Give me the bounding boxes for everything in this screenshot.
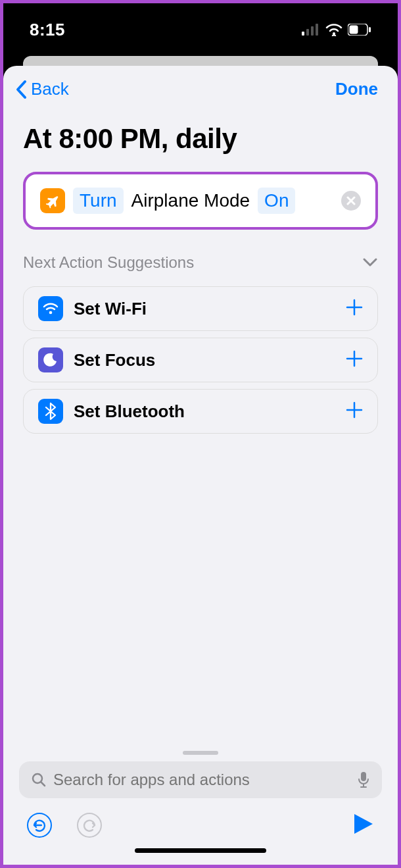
suggestion-set-bluetooth[interactable]: Set Bluetooth xyxy=(23,389,378,434)
search-bar[interactable] xyxy=(19,761,382,798)
remove-action-button[interactable] xyxy=(341,191,361,211)
svg-rect-2 xyxy=(311,26,314,36)
back-label: Back xyxy=(31,79,69,99)
svg-rect-3 xyxy=(316,24,318,36)
airplane-mode-label: Airplane Mode xyxy=(131,190,250,211)
suggestion-label: Set Bluetooth xyxy=(74,401,185,422)
airplane-icon xyxy=(40,188,65,213)
status-bar: 8:15 xyxy=(3,3,398,56)
chevron-left-icon xyxy=(15,80,28,99)
search-icon xyxy=(31,772,47,788)
wifi-app-icon xyxy=(38,296,63,321)
redo-button xyxy=(77,813,102,838)
suggestions-title: Next Action Suggestions xyxy=(23,253,194,272)
background-card-peek xyxy=(23,56,378,66)
run-button[interactable] xyxy=(353,813,374,838)
undo-icon xyxy=(32,818,47,832)
drag-handle[interactable] xyxy=(183,751,218,755)
close-icon xyxy=(346,196,356,205)
search-input[interactable] xyxy=(53,771,350,789)
undo-button[interactable] xyxy=(27,813,52,838)
svg-rect-7 xyxy=(369,27,371,32)
svg-rect-1 xyxy=(306,29,309,36)
svg-rect-0 xyxy=(302,32,304,36)
battery-icon xyxy=(348,24,371,36)
chevron-down-icon xyxy=(362,257,378,268)
plus-icon xyxy=(346,350,363,367)
add-suggestion-button[interactable] xyxy=(346,297,363,321)
automation-sheet: Back Done At 8:00 PM, daily Turn Airplan… xyxy=(3,66,398,865)
plus-icon xyxy=(346,401,363,419)
svg-point-8 xyxy=(49,311,53,315)
wifi-icon xyxy=(325,23,342,36)
suggestion-label: Set Focus xyxy=(74,350,155,370)
turn-token[interactable]: Turn xyxy=(73,188,124,214)
svg-rect-10 xyxy=(361,772,366,781)
status-icons xyxy=(302,23,371,36)
back-button[interactable]: Back xyxy=(15,79,69,99)
toolbar xyxy=(19,798,382,838)
suggestions-header[interactable]: Next Action Suggestions xyxy=(23,253,378,272)
state-token[interactable]: On xyxy=(258,188,295,214)
bottom-panel xyxy=(3,744,398,865)
svg-rect-6 xyxy=(350,26,358,34)
cellular-icon xyxy=(302,24,320,36)
nav-bar: Back Done xyxy=(3,66,398,99)
plus-icon xyxy=(346,299,363,316)
add-suggestion-button[interactable] xyxy=(346,348,363,372)
focus-app-icon xyxy=(38,347,63,372)
home-indicator[interactable] xyxy=(135,848,266,853)
page-title: At 8:00 PM, daily xyxy=(23,123,378,155)
bluetooth-app-icon xyxy=(38,399,63,424)
suggestion-label: Set Wi-Fi xyxy=(74,299,147,319)
svg-point-4 xyxy=(333,32,335,35)
microphone-icon[interactable] xyxy=(357,771,370,788)
suggestion-set-wifi[interactable]: Set Wi-Fi xyxy=(23,286,378,331)
status-time: 8:15 xyxy=(30,20,65,40)
redo-icon xyxy=(82,818,97,832)
play-icon xyxy=(353,813,374,835)
suggestion-set-focus[interactable]: Set Focus xyxy=(23,338,378,382)
action-card[interactable]: Turn Airplane Mode On xyxy=(23,172,378,230)
add-suggestion-button[interactable] xyxy=(346,399,363,424)
done-button[interactable]: Done xyxy=(335,79,378,99)
